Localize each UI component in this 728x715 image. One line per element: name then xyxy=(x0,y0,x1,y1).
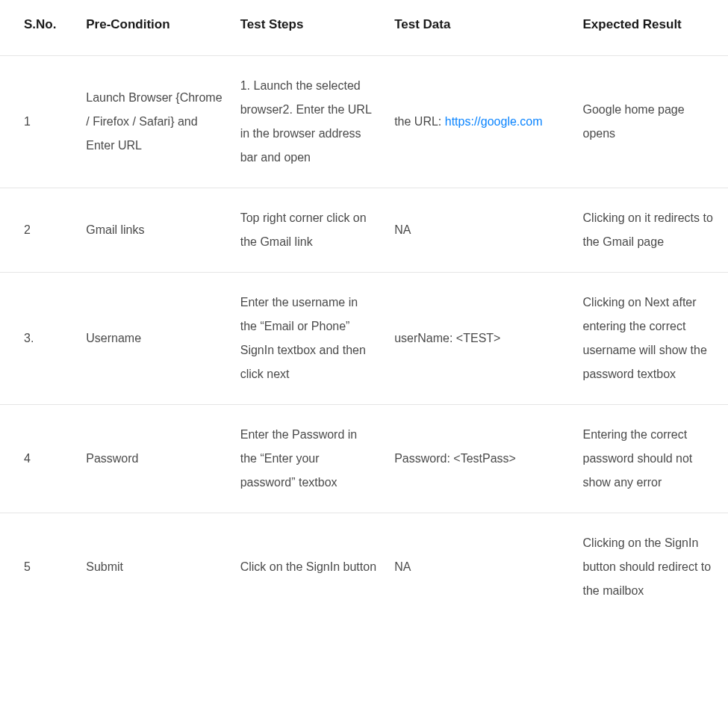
header-sno: S.No. xyxy=(0,0,77,55)
table-row: 5 Submit Click on the SignIn button NA C… xyxy=(0,513,728,621)
cell-precondition: Username xyxy=(77,272,231,404)
cell-sno: 4 xyxy=(0,404,77,513)
table-row: 3. Username Enter the username in the “E… xyxy=(0,272,728,404)
table-header-row: S.No. Pre-Condition Test Steps Test Data… xyxy=(0,0,728,55)
cell-expected: Entering the correct password should not… xyxy=(574,404,728,513)
cell-teststeps: 1. Launch the selected browser2. Enter t… xyxy=(231,55,385,188)
test-case-table: S.No. Pre-Condition Test Steps Test Data… xyxy=(0,0,728,621)
header-teststeps: Test Steps xyxy=(231,0,385,55)
cell-precondition: Password xyxy=(77,404,231,513)
header-precondition: Pre-Condition xyxy=(77,0,231,55)
testdata-link[interactable]: https://google.com xyxy=(445,115,543,128)
cell-expected: Clicking on it redirects to the Gmail pa… xyxy=(574,188,728,272)
cell-testdata: NA xyxy=(385,513,573,621)
cell-sno: 1 xyxy=(0,55,77,188)
table-row: 4 Password Enter the Password in the “En… xyxy=(0,404,728,513)
table-row: 1 Launch Browser {Chrome / Firefox / Saf… xyxy=(0,55,728,188)
cell-testdata: the URL: https://google.com xyxy=(385,55,573,188)
table-row: 2 Gmail links Top right corner click on … xyxy=(0,188,728,272)
cell-testdata: userName: <TEST> xyxy=(385,272,573,404)
cell-sno: 2 xyxy=(0,188,77,272)
cell-expected: Google home page opens xyxy=(574,55,728,188)
cell-expected: Clicking on the SignIn button should red… xyxy=(574,513,728,621)
cell-teststeps: Top right corner click on the Gmail link xyxy=(231,188,385,272)
cell-testdata: NA xyxy=(385,188,573,272)
cell-sno: 5 xyxy=(0,513,77,621)
cell-teststeps: Enter the Password in the “Enter your pa… xyxy=(231,404,385,513)
cell-precondition: Launch Browser {Chrome / Firefox / Safar… xyxy=(77,55,231,188)
cell-expected: Clicking on Next after entering the corr… xyxy=(574,272,728,404)
header-testdata: Test Data xyxy=(385,0,573,55)
cell-precondition: Gmail links xyxy=(77,188,231,272)
testdata-prefix: the URL: xyxy=(394,115,445,128)
cell-sno: 3. xyxy=(0,272,77,404)
cell-teststeps: Enter the username in the “Email or Phon… xyxy=(231,272,385,404)
cell-teststeps: Click on the SignIn button xyxy=(231,513,385,621)
cell-testdata: Password: <TestPass> xyxy=(385,404,573,513)
header-expected: Expected Result xyxy=(574,0,728,55)
cell-precondition: Submit xyxy=(77,513,231,621)
